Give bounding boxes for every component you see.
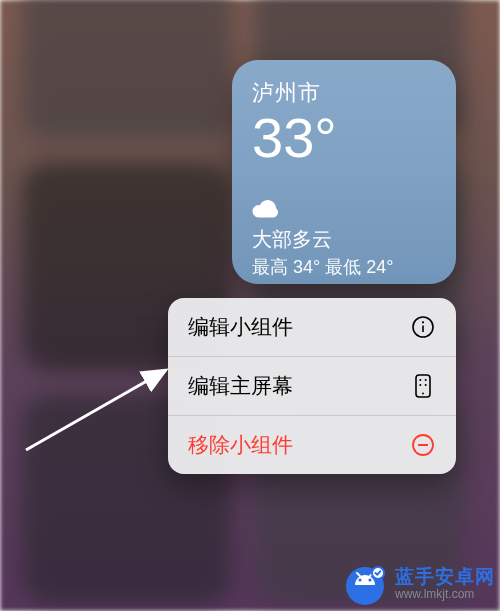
weather-temperature: 33° xyxy=(252,110,436,166)
menu-item-remove-widget[interactable]: 移除小组件 xyxy=(168,415,456,474)
cloud-icon xyxy=(252,200,278,222)
watermark-url: www.lmkjt.com xyxy=(395,588,495,601)
menu-item-edit-widget[interactable]: 编辑小组件 xyxy=(168,298,456,356)
svg-point-7 xyxy=(425,384,427,386)
info-icon xyxy=(410,314,436,340)
watermark: 蓝手安卓网 www.lmkjt.com xyxy=(341,560,495,608)
svg-point-4 xyxy=(419,379,421,381)
svg-point-6 xyxy=(419,384,421,386)
weather-condition: 大部多云 xyxy=(252,226,436,253)
weather-high-low: 最高 34° 最低 24° xyxy=(252,255,436,279)
apps-grid-icon xyxy=(410,373,436,399)
menu-item-edit-home-screen[interactable]: 编辑主屏幕 xyxy=(168,356,456,415)
svg-point-13 xyxy=(358,578,361,581)
svg-point-2 xyxy=(423,322,424,323)
weather-city: 泸州市 xyxy=(252,78,436,108)
weather-widget[interactable]: 泸州市 33° 大部多云 最高 34° 最低 24° xyxy=(232,60,456,284)
context-menu: 编辑小组件 编辑主屏幕 移除小组件 xyxy=(168,298,456,474)
svg-point-5 xyxy=(425,379,427,381)
remove-circle-icon xyxy=(410,432,436,458)
menu-item-label: 移除小组件 xyxy=(188,431,293,459)
menu-item-label: 编辑主屏幕 xyxy=(188,372,293,400)
watermark-title: 蓝手安卓网 xyxy=(395,567,495,588)
menu-item-label: 编辑小组件 xyxy=(188,313,293,341)
watermark-logo-icon xyxy=(341,560,389,608)
svg-point-8 xyxy=(422,393,424,395)
svg-point-14 xyxy=(368,578,371,581)
